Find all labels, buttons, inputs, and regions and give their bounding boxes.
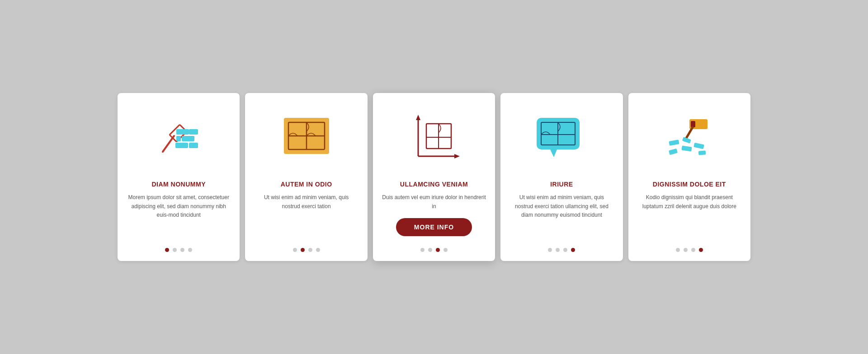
card-3-title: ULLAMCING VENIAM (400, 181, 468, 188)
card-1-title: DIAM NONUMMY (151, 181, 206, 188)
dot-active (165, 248, 169, 252)
card-1: DIAM NONUMMY Morem ipsum dolor sit amet,… (118, 93, 240, 261)
brickwork-icon (147, 107, 210, 170)
svg-marker-15 (454, 154, 460, 158)
svg-rect-5 (189, 143, 198, 148)
blueprint-blue-icon (530, 107, 593, 170)
dot (316, 248, 320, 252)
dot (308, 248, 312, 252)
card-4-title: IRIURE (550, 181, 573, 188)
card-5-dots (676, 248, 703, 252)
svg-rect-30 (693, 143, 704, 149)
dot (684, 248, 688, 252)
svg-rect-2 (176, 129, 189, 135)
demolish-icon (658, 107, 721, 170)
svg-rect-29 (669, 149, 678, 155)
dot (563, 248, 567, 252)
svg-rect-31 (698, 151, 706, 155)
card-3: ULLAMCING VENIAM Duis autem vel eum iriu… (373, 93, 495, 261)
svg-rect-7 (189, 129, 198, 135)
dot (173, 248, 177, 252)
dot (443, 248, 448, 252)
dot (293, 248, 297, 252)
dot (420, 248, 425, 252)
card-3-text: Duis autem vel eum iriure dolor in hendr… (382, 193, 486, 210)
card-4: IRIURE Ut wisi enim ad minim veniam, qui… (500, 93, 623, 261)
dot (548, 248, 552, 252)
card-2: AUTEM IN ODIO Ut wisi enim ad minim veni… (245, 93, 367, 261)
card-2-title: AUTEM IN ODIO (281, 181, 332, 188)
svg-marker-20 (550, 149, 557, 157)
dot (188, 248, 192, 252)
card-4-dots (548, 248, 575, 252)
card-5: DIGNISSIM DOLOE EIT Kodio dignissim qui … (628, 93, 750, 261)
dot-active (699, 248, 703, 252)
svg-marker-13 (416, 115, 420, 120)
dot (691, 248, 695, 252)
svg-rect-3 (182, 136, 194, 141)
dot (556, 248, 560, 252)
dot-active (571, 248, 575, 252)
dot-active (301, 248, 305, 252)
dot-active (436, 248, 440, 252)
card-4-text: Ut wisi enim ad minim veniam, quis nostr… (509, 193, 613, 239)
svg-rect-6 (176, 136, 181, 141)
svg-rect-4 (175, 143, 188, 148)
svg-rect-27 (669, 140, 679, 146)
card-5-title: DIGNISSIM DOLOE EIT (653, 181, 726, 188)
card-1-dots (165, 248, 192, 252)
blueprint-arrows-icon (402, 107, 466, 170)
card-2-dots (293, 248, 320, 252)
card-3-dots (420, 248, 448, 252)
dot (428, 248, 432, 252)
floorplan-orange-icon (275, 107, 338, 170)
cards-container: DIAM NONUMMY Morem ipsum dolor sit amet,… (118, 93, 750, 261)
card-2-text: Ut wisi enim ad minim veniam, quis nostr… (254, 193, 358, 239)
svg-rect-28 (681, 146, 692, 152)
dot (676, 248, 680, 252)
dot (180, 248, 184, 252)
card-1-text: Morem ipsum dolor sit amet, consectetuer… (127, 193, 231, 239)
more-info-button[interactable]: MORE INFO (396, 218, 472, 236)
card-5-text: Kodio dignissim qui blandit praesent lup… (637, 193, 741, 239)
